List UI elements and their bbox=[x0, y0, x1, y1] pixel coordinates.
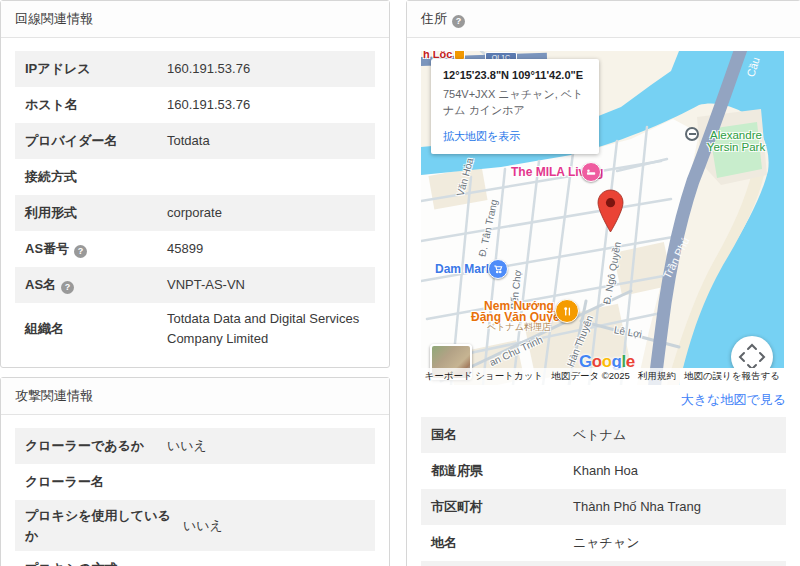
coordinates-text: 12°15'23.8"N 109°11'42.0"E bbox=[443, 69, 587, 81]
row-value: 160.191.53.76 bbox=[167, 95, 365, 115]
row-is-crawler: クローラーであるか いいえ bbox=[15, 428, 375, 464]
row-provider: プロバイダー名 Totdata bbox=[15, 123, 375, 159]
map-footer: 大きな地図で見る bbox=[421, 391, 786, 409]
row-as-number: AS番号? 45899 bbox=[15, 231, 375, 267]
row-ip-address: IPアドレス 160.191.53.76 bbox=[15, 51, 375, 87]
restaurant-poi-icon[interactable] bbox=[555, 299, 579, 323]
help-icon[interactable]: ? bbox=[74, 245, 87, 258]
row-value: corporate bbox=[167, 203, 365, 223]
poi-label-nem-line3: ベトナム料理店 bbox=[487, 321, 551, 334]
row-country: 国名 ベトナム bbox=[421, 417, 786, 453]
help-icon[interactable]: ? bbox=[452, 15, 465, 28]
row-value: いいえ bbox=[167, 436, 365, 456]
row-hostname: ホスト名 160.191.53.76 bbox=[15, 87, 375, 123]
row-label: 地名 bbox=[431, 533, 573, 553]
line-info-title: 回線関連情報 bbox=[1, 1, 389, 38]
row-label: AS名? bbox=[25, 275, 167, 295]
row-label: プロキシの方式 bbox=[25, 559, 167, 566]
row-connection-type: 接続方式 bbox=[15, 159, 375, 195]
row-value: 160.191.53.76 bbox=[167, 59, 365, 79]
row-usage-type: 利用形式 corporate bbox=[15, 195, 375, 231]
row-value: VNPT-AS-VN bbox=[167, 275, 365, 295]
row-label: 利用形式 bbox=[25, 203, 167, 223]
row-value: ニャチャン bbox=[573, 533, 776, 553]
row-crawler-name: クローラー名 bbox=[15, 464, 375, 500]
map-data-label: 地図データ ©2025 bbox=[547, 368, 634, 385]
left-column: 回線関連情報 IPアドレス 160.191.53.76 ホスト名 160.191… bbox=[0, 0, 390, 566]
row-label: クローラーであるか bbox=[25, 436, 167, 456]
plus-code-address: 754V+JXX ニャチャン, ベトナム カインホア bbox=[443, 87, 587, 119]
location-pin-icon[interactable] bbox=[597, 189, 624, 233]
page: 回線関連情報 IPアドレス 160.191.53.76 ホスト名 160.191… bbox=[0, 0, 800, 566]
row-proxy-type: プロキシの方式 bbox=[15, 551, 375, 566]
row-prefecture: 都道府県 Khanh Hoa bbox=[421, 453, 786, 489]
row-label: 組織名 bbox=[25, 319, 167, 339]
help-icon[interactable]: ? bbox=[61, 281, 74, 294]
keyboard-shortcuts-link[interactable]: キーボード ショートカット bbox=[421, 368, 547, 385]
enlarge-map-link[interactable]: 拡大地図を表示 bbox=[443, 129, 520, 144]
station-icon[interactable] bbox=[685, 127, 699, 141]
view-larger-map-link[interactable]: 大きな地図で見る bbox=[681, 392, 786, 407]
line-info-card: 回線関連情報 IPアドレス 160.191.53.76 ホスト名 160.191… bbox=[0, 0, 390, 368]
map-info-card: 12°15'23.8"N 109°11'42.0"E 754V+JXX ニャチャ… bbox=[431, 59, 599, 154]
address-column: 住所? bbox=[406, 0, 800, 566]
row-label: プロバイダー名 bbox=[25, 131, 167, 151]
row-value: Totdata Data and Digital Services Compan… bbox=[167, 309, 365, 348]
terms-link[interactable]: 利用規約 bbox=[634, 368, 680, 385]
row-uses-proxy: プロキシを使用しているか いいえ bbox=[15, 500, 375, 551]
row-label: プロキシを使用しているか bbox=[25, 506, 183, 545]
address-card: 住所? bbox=[406, 0, 800, 566]
row-value: Thành Phố Nha Trang bbox=[573, 497, 776, 517]
row-city: 市区町村 Thành Phố Nha Trang bbox=[421, 489, 786, 525]
row-value: Khanh Hoa bbox=[573, 461, 776, 481]
row-label: AS番号? bbox=[25, 239, 167, 259]
row-value: いいえ bbox=[183, 516, 365, 536]
report-error-link[interactable]: 地図の誤りを報告する bbox=[680, 368, 784, 385]
row-value: 45899 bbox=[167, 239, 365, 259]
row-value: ベトナム bbox=[573, 425, 776, 445]
row-label: 都道府県 bbox=[431, 461, 573, 481]
shopping-cart-poi-icon[interactable] bbox=[488, 259, 508, 279]
park-label-line2: Yersin Park bbox=[707, 141, 765, 153]
google-map-embed[interactable]: h Lộc QL1C Cái River Cầu Alexandre Yersi… bbox=[421, 51, 784, 385]
row-label: 市区町村 bbox=[431, 497, 573, 517]
row-partial bbox=[421, 561, 786, 566]
row-label: クローラー名 bbox=[25, 472, 167, 492]
row-organization: 組織名 Totdata Data and Digital Services Co… bbox=[15, 303, 375, 354]
row-as-name: AS名? VNPT-AS-VN bbox=[15, 267, 375, 303]
attack-info-title: 攻撃関連情報 bbox=[1, 378, 389, 415]
row-label: 接続方式 bbox=[25, 167, 167, 187]
park-label-line1: Alexandre bbox=[710, 129, 762, 141]
row-value: Totdata bbox=[167, 131, 365, 151]
row-place-name: 地名 ニャチャン bbox=[421, 525, 786, 561]
row-label: 国名 bbox=[431, 425, 573, 445]
row-label: ホスト名 bbox=[25, 95, 167, 115]
row-label: IPアドレス bbox=[25, 59, 167, 79]
lodging-poi-icon[interactable] bbox=[581, 162, 601, 182]
attack-info-card: 攻撃関連情報 クローラーであるか いいえ クローラー名 プロキシを使用しているか… bbox=[0, 377, 390, 566]
map-attribution-bar: キーボード ショートカット 地図データ ©2025 利用規約 地図の誤りを報告す… bbox=[421, 368, 784, 385]
address-title: 住所? bbox=[407, 1, 800, 38]
